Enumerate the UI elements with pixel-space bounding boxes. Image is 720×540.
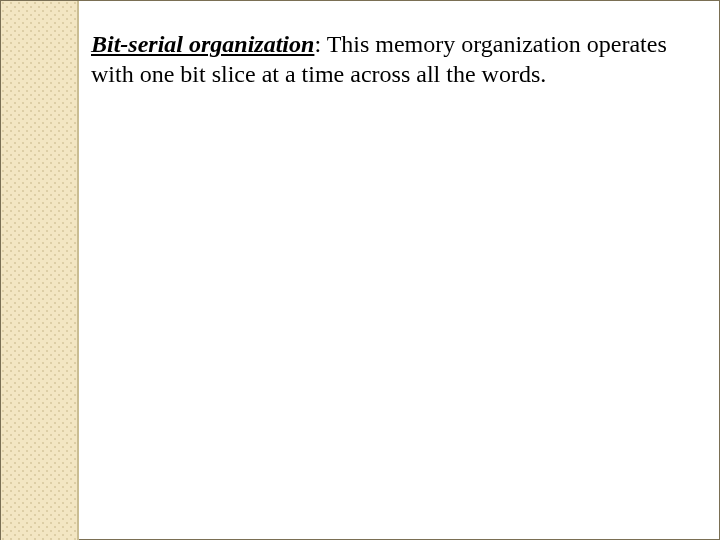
body-text: Bit-serial organization: This memory org… <box>91 29 679 89</box>
decorative-sidebar <box>1 1 79 540</box>
term: Bit-serial organization <box>91 31 314 57</box>
slide: Bit-serial organization: This memory org… <box>0 0 720 540</box>
